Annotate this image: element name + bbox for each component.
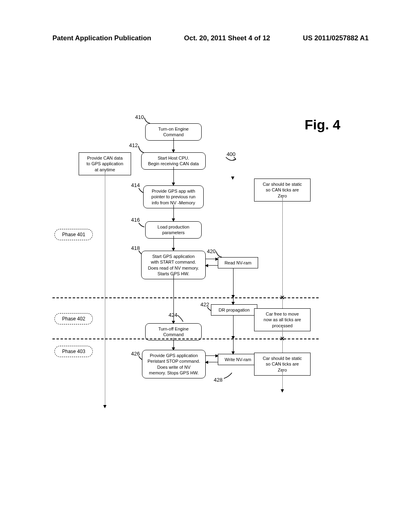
arrow-410-412	[173, 138, 174, 152]
label-428: 428	[214, 377, 223, 383]
phase-402: Phase 402	[54, 313, 93, 324]
lead-424	[177, 315, 184, 322]
arrow-424-426	[173, 338, 174, 350]
box-read-nvram: Read NV-ram	[218, 257, 258, 268]
label-422: 422	[200, 301, 209, 308]
header-center: Oct. 20, 2011 Sheet 4 of 12	[184, 34, 270, 42]
lead-428	[224, 373, 233, 380]
label-416: 416	[131, 217, 140, 223]
phase-divider-1	[52, 297, 319, 298]
arrow-428-426	[206, 362, 218, 362]
arrow-412-414	[173, 167, 174, 185]
label-418: 418	[131, 245, 140, 251]
phase-403: Phase 403	[54, 346, 93, 357]
label-424: 424	[169, 312, 177, 318]
arrow-416-418	[173, 236, 174, 250]
arrow-into-422	[233, 297, 234, 304]
arrow-420-418	[206, 265, 218, 266]
note2-top	[282, 297, 283, 308]
box-dr-propagation: DR propagation	[211, 304, 257, 316]
arrow-426-428	[206, 355, 218, 356]
arrow-422-428	[233, 339, 234, 354]
label-420: 420	[207, 248, 216, 254]
arrow-418-420	[206, 259, 218, 259]
box-stop-gps-app: Provide GPS applicationPeristant STOP co…	[142, 350, 206, 378]
note3-top	[282, 339, 283, 353]
label-412: 412	[129, 142, 138, 148]
label-426: 426	[131, 351, 140, 357]
arrow-414-416	[173, 205, 174, 221]
phase-401: Phase 401	[54, 229, 93, 240]
ref-400-arrow	[226, 155, 238, 165]
page-header: Patent Application Publication Oct. 20, …	[0, 34, 413, 42]
figure-title: Fig. 4	[305, 117, 340, 133]
lead-416	[139, 223, 145, 229]
note1-timeline	[282, 197, 283, 297]
label-410: 410	[135, 114, 144, 120]
header-right: US 2011/0257882 A1	[303, 34, 369, 42]
label-414: 414	[131, 182, 140, 188]
can-timeline	[105, 172, 105, 407]
arrow-420-422	[233, 268, 234, 297]
box-write-nvram: Write NV-ram	[218, 354, 258, 365]
arrow-422-down	[233, 315, 234, 339]
header-left: Patent Application Publication	[52, 34, 151, 42]
phase-divider-2	[52, 339, 319, 339]
note3-bot	[282, 372, 283, 392]
